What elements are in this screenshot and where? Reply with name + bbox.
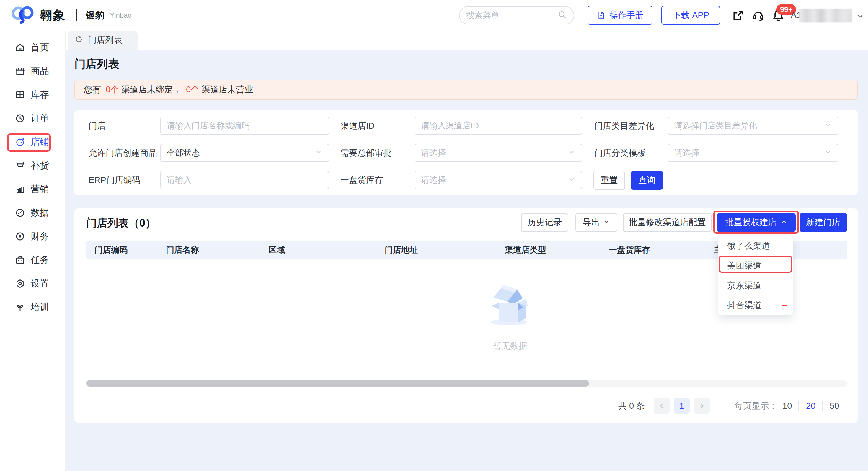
sidebar-item-shop[interactable]: 店铺	[0, 130, 65, 154]
chevron-down-icon[interactable]	[856, 12, 864, 23]
channel-store-id-input[interactable]: 请输入渠道店ID	[414, 117, 582, 135]
sidebar-item-inventory[interactable]: 库存	[0, 83, 65, 106]
prev-page-button[interactable]	[654, 398, 670, 414]
horizontal-scrollbar-thumb[interactable]	[86, 380, 589, 386]
divider	[822, 401, 823, 411]
batch-authorize-button[interactable]: 批量授权建店	[717, 213, 796, 232]
chevron-down-icon	[824, 148, 832, 158]
tab-bar: 门店列表	[66, 31, 868, 50]
unbound-count: 0个	[106, 84, 119, 96]
class-template-label: 门店分类模板	[594, 144, 646, 162]
download-app-button[interactable]: 下载 APP	[661, 6, 720, 25]
red-dash-mark	[782, 305, 786, 306]
external-link-icon[interactable]	[732, 9, 745, 24]
category-diff-select[interactable]: 请选择门店类目差异化	[668, 117, 838, 135]
sidebar-item-data[interactable]: 数据	[0, 201, 65, 225]
logo-text: 翱象	[39, 7, 66, 24]
filter-panel: 门店 请输入门店名称或编码 渠道店ID 请输入渠道店ID 门店类目差异化 请选择…	[74, 110, 858, 195]
page-number-1[interactable]: 1	[674, 398, 690, 414]
brand-name-pinyin: Yinbao	[110, 11, 132, 20]
per-page-label: 每页显示：	[735, 398, 777, 414]
chevron-down-icon	[314, 148, 323, 158]
sidebar-item-goods[interactable]: 商品	[0, 59, 65, 83]
col-store-code: 门店编码	[94, 241, 128, 259]
export-button[interactable]: 导出	[576, 213, 617, 232]
erp-code-label: ERP门店编码	[89, 171, 141, 189]
new-store-button[interactable]: 新建门店	[800, 213, 847, 232]
store-filter-label: 门店	[89, 117, 106, 135]
notifications-bell[interactable]: 99+	[771, 8, 786, 23]
class-template-select[interactable]: 请选择	[668, 144, 838, 162]
total-count: 共 0 条	[618, 398, 645, 414]
logo-divider	[76, 9, 77, 21]
sidebar-item-settings[interactable]: 设置	[0, 272, 65, 295]
sidebar-item-training[interactable]: 培训	[0, 295, 65, 319]
empty-text: 暂无数据	[466, 340, 554, 352]
task-case-icon	[15, 255, 25, 265]
channel-dropdown-menu: 饿了么渠道 美团渠道 京东渠道 抖音渠道	[718, 236, 793, 315]
home-icon	[15, 42, 25, 53]
shop-icon	[15, 137, 25, 147]
menu-item-jd-channel[interactable]: 京东渠道	[718, 276, 793, 295]
data-gauge-icon	[15, 208, 25, 218]
erp-code-input[interactable]: 请输入	[160, 171, 329, 189]
user-name-redacted[interactable]	[799, 9, 852, 23]
col-store-name: 门店名称	[166, 241, 199, 259]
page-size-50[interactable]: 50	[830, 398, 839, 414]
col-unified-stock: 一盘货库存	[609, 241, 650, 259]
sidebar: 首页 商品 库存 订单 店铺	[0, 31, 66, 471]
top-header: 翱象 银豹 Yinbao 搜索菜单 操作手册 下载 APP	[0, 0, 868, 31]
order-icon	[15, 113, 25, 124]
menu-item-meituan-channel[interactable]: 美团渠道	[718, 256, 793, 276]
hq-approval-select[interactable]: 请选择	[414, 144, 582, 162]
category-diff-label: 门店类目差异化	[594, 117, 654, 135]
history-button[interactable]: 历史记录	[521, 213, 568, 232]
reset-button[interactable]: 重置	[593, 171, 625, 190]
sidebar-item-orders[interactable]: 订单	[0, 106, 65, 130]
sidebar-item-home[interactable]: 首页	[0, 36, 65, 59]
unified-stock-select[interactable]: 请选择	[414, 171, 582, 189]
document-icon	[596, 11, 606, 20]
sidebar-item-marketing[interactable]: 营销	[0, 177, 65, 201]
col-region: 区域	[268, 241, 285, 259]
hq-approval-label: 需要总部审批	[340, 144, 392, 162]
sidebar-item-tasks[interactable]: 任务	[0, 248, 65, 272]
list-title: 门店列表（0）	[86, 216, 156, 230]
chevron-down-icon	[603, 218, 610, 227]
elephant-logo-icon	[11, 5, 35, 26]
closed-count: 0个	[186, 84, 199, 96]
manual-button[interactable]: 操作手册	[588, 6, 652, 25]
training-sprout-icon	[15, 302, 25, 313]
menu-item-eleme-channel[interactable]: 饿了么渠道	[718, 236, 793, 256]
search-icon	[557, 9, 567, 22]
brand-name: 银豹	[86, 9, 104, 22]
marketing-chart-icon	[15, 184, 25, 194]
chevron-up-icon	[780, 218, 787, 227]
empty-state: 暂无数据	[466, 279, 554, 352]
store-name-input[interactable]: 请输入门店名称或编码	[160, 117, 329, 135]
page-size-10[interactable]: 10	[782, 398, 792, 414]
channel-store-id-label: 渠道店ID	[340, 117, 375, 135]
menu-search-input[interactable]: 搜索菜单	[459, 6, 574, 25]
next-page-button[interactable]	[694, 398, 710, 414]
menu-item-douyin-channel[interactable]: 抖音渠道	[718, 295, 793, 315]
refresh-icon[interactable]	[74, 35, 83, 46]
chevron-down-icon	[824, 121, 832, 131]
horizontal-scrollbar-track[interactable]	[86, 380, 847, 386]
settings-gear-icon	[15, 278, 25, 289]
col-address: 门店地址	[385, 241, 418, 259]
headset-icon[interactable]	[752, 9, 765, 24]
tab-store-list[interactable]: 门店列表	[68, 31, 137, 50]
col-channel-type: 渠道店类型	[505, 241, 546, 259]
query-button[interactable]: 查询	[631, 171, 663, 190]
sidebar-item-finance[interactable]: 财务	[0, 225, 65, 248]
divider	[798, 401, 799, 411]
page-title: 门店列表	[74, 57, 119, 72]
inventory-icon	[15, 89, 25, 100]
page-size-20[interactable]: 20	[806, 398, 815, 414]
allow-create-select[interactable]: 全部状态	[160, 144, 329, 162]
unified-stock-label: 一盘货库存	[340, 171, 383, 189]
sidebar-item-replenish[interactable]: 补货	[0, 154, 65, 177]
finance-yuan-icon	[15, 231, 25, 242]
batch-modify-config-button[interactable]: 批量修改渠道店配置	[623, 213, 712, 232]
